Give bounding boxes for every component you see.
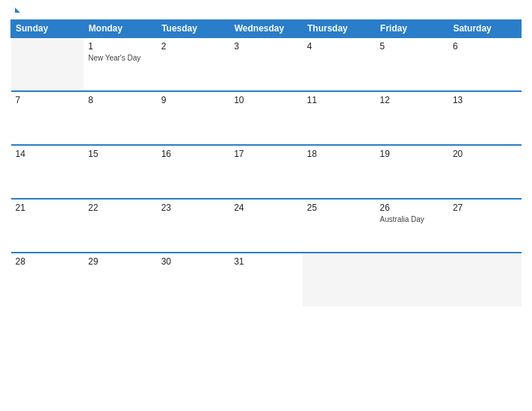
calendar-day-cell: 16 <box>157 145 230 199</box>
weekday-header-wednesday: Wednesday <box>229 20 303 38</box>
calendar-header <box>10 7 522 13</box>
day-number: 16 <box>161 149 226 159</box>
day-number: 3 <box>234 41 298 52</box>
calendar-day-cell: 28 <box>11 253 84 306</box>
day-number: 22 <box>88 203 152 213</box>
day-number: 24 <box>234 203 298 213</box>
logo-triangle-icon <box>15 7 20 13</box>
day-number: 17 <box>234 149 298 159</box>
weekday-header-thursday: Thursday <box>303 20 376 38</box>
calendar-week-row: 1New Year's Day23456 <box>11 37 522 91</box>
calendar-day-cell: 9 <box>157 91 230 145</box>
calendar-day-cell: 31 <box>229 253 303 306</box>
weekday-header-tuesday: Tuesday <box>157 20 230 38</box>
calendar-day-cell: 8 <box>84 91 157 145</box>
day-number: 15 <box>88 149 152 159</box>
calendar-day-cell: 23 <box>157 199 230 253</box>
day-number: 1 <box>88 41 152 52</box>
calendar-week-row: 14151617181920 <box>11 145 522 199</box>
day-number: 26 <box>380 203 444 213</box>
day-number: 14 <box>16 149 80 159</box>
calendar-day-cell: 18 <box>303 145 376 199</box>
day-number: 7 <box>16 95 80 105</box>
weekday-header-friday: Friday <box>375 20 448 38</box>
weekday-header-saturday: Saturday <box>448 20 522 38</box>
calendar-day-cell: 21 <box>11 199 84 253</box>
day-number: 21 <box>16 203 80 213</box>
calendar-day-cell: 14 <box>11 145 84 199</box>
calendar-day-cell: 11 <box>303 91 376 145</box>
weekday-header-sunday: Sunday <box>11 20 84 38</box>
calendar-day-cell: 29 <box>84 253 157 306</box>
holiday-label: Australia Day <box>380 214 444 224</box>
calendar-day-cell: 12 <box>375 91 448 145</box>
day-number: 9 <box>161 95 226 105</box>
day-number: 6 <box>453 41 517 52</box>
calendar-day-cell: 1New Year's Day <box>84 37 157 91</box>
calendar-day-cell: 30 <box>157 253 230 306</box>
calendar-day-cell: 6 <box>448 37 522 91</box>
weekday-header-monday: Monday <box>84 20 157 38</box>
holiday-label: New Year's Day <box>88 53 152 63</box>
calendar-page: SundayMondayTuesdayWednesdayThursdayFrid… <box>0 0 532 411</box>
day-number: 31 <box>234 256 298 267</box>
calendar-day-cell: 5 <box>375 37 448 91</box>
calendar-day-cell: 15 <box>84 145 157 199</box>
day-number: 8 <box>88 95 152 105</box>
calendar-day-cell: 4 <box>303 37 376 91</box>
day-number: 4 <box>307 41 371 52</box>
calendar-day-cell: 17 <box>229 145 303 199</box>
logo <box>13 7 20 13</box>
day-number: 29 <box>88 256 152 267</box>
calendar-day-cell: 3 <box>229 37 303 91</box>
day-number: 23 <box>161 203 226 213</box>
day-number: 25 <box>307 203 371 213</box>
calendar-day-cell: 10 <box>229 91 303 145</box>
day-number: 12 <box>380 95 444 105</box>
calendar-day-cell: 26Australia Day <box>375 199 448 253</box>
calendar-day-cell <box>448 253 522 306</box>
calendar-day-cell: 13 <box>448 91 522 145</box>
day-number: 2 <box>161 41 226 52</box>
day-number: 5 <box>380 41 444 52</box>
calendar-day-cell: 19 <box>375 145 448 199</box>
day-number: 20 <box>453 149 517 159</box>
day-number: 11 <box>307 95 371 105</box>
calendar-day-cell: 2 <box>157 37 230 91</box>
calendar-day-cell: 25 <box>303 199 376 253</box>
calendar-table: SundayMondayTuesdayWednesdayThursdayFrid… <box>10 19 522 306</box>
weekday-header-row: SundayMondayTuesdayWednesdayThursdayFrid… <box>11 20 522 38</box>
calendar-day-cell: 22 <box>84 199 157 253</box>
calendar-week-row: 212223242526Australia Day27 <box>11 199 522 253</box>
day-number: 19 <box>380 149 444 159</box>
calendar-day-cell: 24 <box>229 199 303 253</box>
day-number: 18 <box>307 149 371 159</box>
calendar-day-cell <box>11 37 84 91</box>
logo-blue-container <box>13 7 20 13</box>
day-number: 30 <box>161 256 226 267</box>
calendar-week-row: 78910111213 <box>11 91 522 145</box>
day-number: 10 <box>234 95 298 105</box>
calendar-day-cell: 27 <box>448 199 522 253</box>
calendar-day-cell <box>375 253 448 306</box>
calendar-week-row: 28293031 <box>11 253 522 306</box>
calendar-day-cell: 7 <box>11 91 84 145</box>
calendar-day-cell <box>303 253 376 306</box>
day-number: 27 <box>453 203 517 213</box>
day-number: 13 <box>453 95 517 105</box>
day-number: 28 <box>16 256 80 267</box>
calendar-day-cell: 20 <box>448 145 522 199</box>
